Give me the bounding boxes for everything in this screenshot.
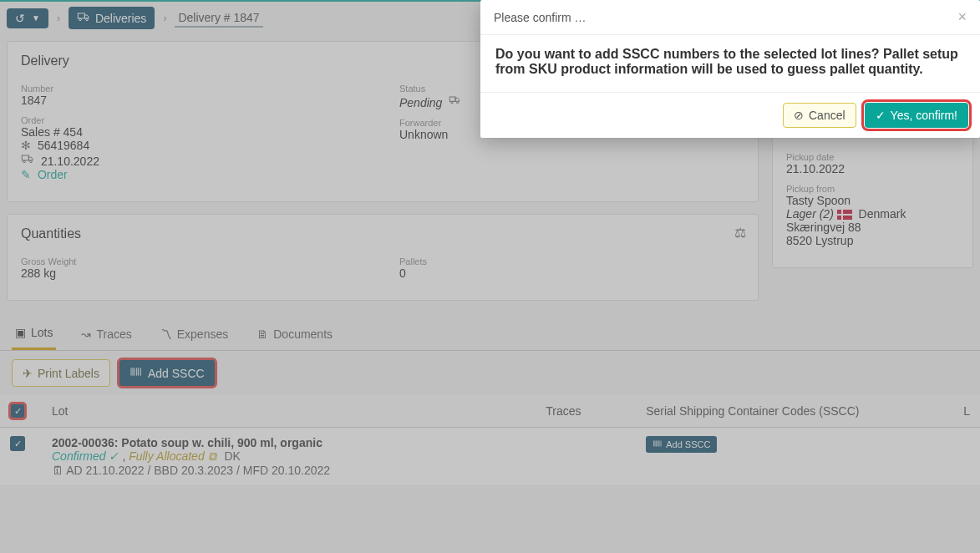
col-lot[interactable]: Lot	[42, 395, 536, 428]
close-icon[interactable]: ×	[957, 8, 967, 26]
col-traces[interactable]: Traces	[536, 395, 636, 428]
lot-country: DK	[224, 449, 240, 463]
lots-table: ✓ Lot Traces Serial Shipping Container C…	[0, 395, 980, 486]
modal-body: Do you want to add SSCC numbers to the s…	[480, 35, 980, 93]
svg-rect-3	[22, 155, 28, 160]
pickup-from-addr2: 8520 Lystrup	[786, 234, 959, 247]
pickup-date-value: 21.10.2022	[786, 162, 959, 175]
pickup-from-addr1: Skæringvej 88	[786, 221, 959, 234]
barcode-icon	[652, 439, 663, 450]
lot-status-confirmed: Confirmed ✓	[52, 449, 122, 463]
svg-point-8	[457, 101, 459, 103]
pickup-from-lager: Lager (2)	[786, 207, 834, 221]
order-value: Sales # 454	[21, 125, 366, 139]
truck-icon	[21, 155, 38, 168]
tab-traces[interactable]: ↝ Traces	[78, 317, 135, 350]
barcode-icon	[129, 365, 143, 381]
quantities-card: ⚖ Quantities Gross Weight 288 kg Pallets…	[7, 214, 759, 301]
gross-weight-value: 288 kg	[21, 266, 366, 280]
quantities-title: Quantities	[21, 226, 744, 241]
number-label: Number	[21, 84, 366, 94]
external-link-icon: ⧉	[208, 449, 216, 463]
tab-lots[interactable]: ▣ Lots	[12, 317, 56, 350]
flag-dk-icon	[837, 210, 852, 220]
print-labels-button[interactable]: ✈ Print Labels	[12, 359, 110, 387]
scale-icon: ⚖	[734, 225, 746, 241]
order-ref: 56419684	[38, 139, 89, 152]
check-icon: ✓	[876, 109, 886, 122]
cancel-icon: ⊘	[794, 109, 804, 122]
breadcrumb-deliveries-label: Deliveries	[95, 12, 146, 25]
svg-point-4	[23, 160, 26, 163]
box-icon: ▣	[15, 326, 26, 339]
tab-documents[interactable]: 🗎 Documents	[253, 317, 336, 350]
col-sscc[interactable]: Serial Shipping Container Codes (SSCC)	[636, 395, 953, 428]
truck-clock-icon	[449, 96, 462, 109]
cancel-button[interactable]: ⊘ Cancel	[783, 103, 856, 128]
lot-dates: AD 21.10.2022 / BBD 20.3.2023 / MFD 20.1…	[66, 464, 330, 477]
calendar-icon: 🗓	[52, 464, 63, 477]
add-sscc-button[interactable]: Add SSCC	[119, 359, 216, 387]
svg-point-5	[30, 160, 33, 163]
modal-title: Please confirm …	[494, 11, 586, 24]
row-checkbox[interactable]: ✓	[10, 436, 25, 451]
chart-icon: 〽	[160, 327, 172, 341]
tab-expenses[interactable]: 〽 Expenses	[157, 317, 231, 350]
svg-rect-6	[450, 97, 456, 101]
col-last[interactable]: L	[953, 395, 980, 428]
pickup-from-name: Tasty Spoon	[786, 194, 959, 207]
truck-icon	[77, 10, 90, 26]
document-icon: 🗎	[256, 327, 268, 341]
pickup-from-label: Pickup from	[786, 184, 959, 194]
graph-icon: ↝	[81, 327, 91, 341]
svg-point-1	[79, 18, 82, 21]
table-row: ✓ 2002-00036: Potato soup w. chili, 900 …	[0, 428, 980, 486]
select-all-checkbox[interactable]: ✓	[10, 403, 25, 419]
order-link[interactable]: ✎ Order	[21, 168, 366, 181]
snowflake-icon: ✻	[21, 139, 31, 152]
history-icon: ↺	[15, 12, 25, 25]
tabs: ▣ Lots ↝ Traces 〽 Expenses 🗎 Documents	[0, 317, 980, 351]
breadcrumb-deliveries[interactable]: Deliveries	[69, 7, 155, 29]
chevron-right-icon: ›	[158, 13, 171, 24]
svg-point-2	[86, 18, 89, 21]
send-icon: ✈	[23, 367, 33, 380]
svg-rect-0	[78, 13, 84, 18]
order-date: 21.10.2022	[41, 155, 99, 168]
confirm-modal: Please confirm … × Do you want to add SS…	[480, 0, 980, 138]
svg-point-7	[451, 101, 453, 103]
number-value: 1847	[21, 94, 366, 107]
chevron-down-icon: ▼	[32, 13, 40, 23]
lot-status-allocated: Fully Allocated ⧉	[129, 449, 219, 463]
order-label: Order	[21, 115, 366, 125]
gross-weight-label: Gross Weight	[21, 256, 366, 266]
chevron-right-icon: ›	[52, 13, 65, 24]
pickup-date-label: Pickup date	[786, 152, 959, 162]
row-add-sscc-button[interactable]: Add SSCC	[646, 436, 717, 453]
confirm-button[interactable]: ✓ Yes, confirm!	[865, 103, 968, 128]
lot-title: 2002-00036: Potato soup w. chili, 900 ml…	[52, 436, 526, 449]
pallets-value: 0	[399, 266, 744, 280]
pallets-label: Pallets	[399, 256, 744, 266]
history-dropdown[interactable]: ↺ ▼	[7, 8, 48, 28]
pickup-from-country: Denmark	[859, 207, 906, 221]
breadcrumb-current: Delivery # 1847	[175, 9, 262, 28]
signature-icon: ✎	[21, 168, 31, 181]
lots-actions: ✈ Print Labels Add SSCC	[0, 351, 980, 395]
